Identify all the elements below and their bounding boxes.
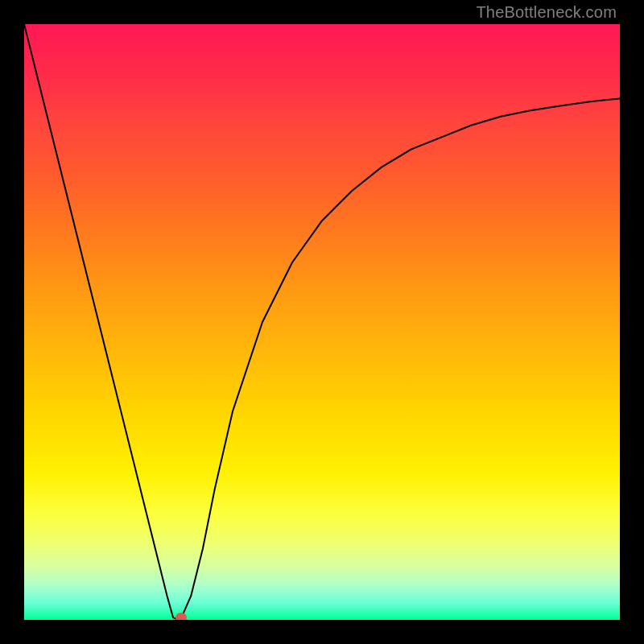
bottleneck-curve <box>24 24 620 619</box>
watermark-text: TheBottleneck.com <box>476 3 617 22</box>
plot-area <box>24 24 620 620</box>
curve-svg <box>24 24 620 620</box>
optimum-marker <box>175 613 187 620</box>
chart-container: TheBottleneck.com <box>0 0 644 644</box>
